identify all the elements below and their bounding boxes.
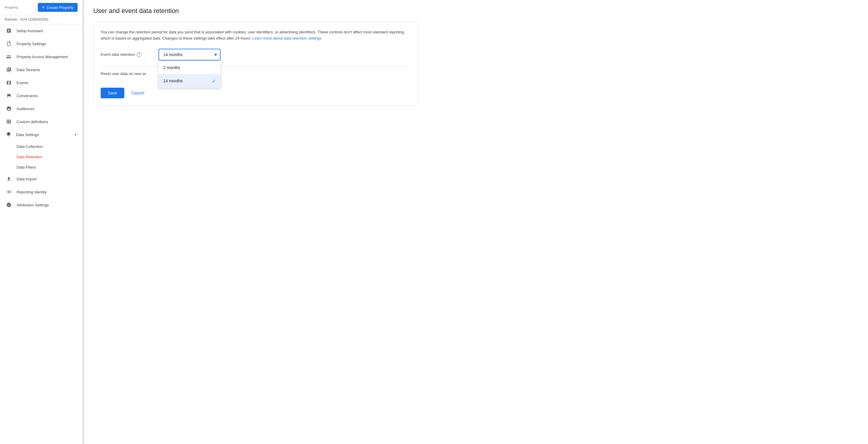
sidebar-item-custom-definitions[interactable]: Custom definitions: [0, 115, 82, 128]
audiences-icon: [6, 106, 12, 112]
save-button[interactable]: Save: [101, 88, 124, 98]
sidebar-item-property-settings[interactable]: Property Settings: [0, 37, 82, 50]
sub-item-label: Data Collection: [17, 145, 42, 149]
cancel-button[interactable]: Cancel: [127, 88, 149, 98]
dropdown-option-2months[interactable]: 2 months: [159, 61, 221, 74]
sidebar-item-label: Custom definitions: [17, 120, 48, 124]
sidebar-item-data-streams[interactable]: Data Streams: [0, 63, 82, 76]
sub-item-label: Data Filters: [17, 165, 36, 169]
sidebar-header: Property + Create Property: [0, 0, 82, 15]
dropdown-option-14months[interactable]: 14 months ✓: [159, 74, 221, 88]
attribution-icon: [6, 202, 12, 208]
data-settings-label: Data Settings: [16, 132, 70, 137]
sidebar-item-label: Property Access Management: [17, 55, 68, 59]
dropdown-menu: 2 months 14 months ✓: [159, 61, 221, 88]
action-buttons: Save Cancel: [101, 88, 411, 98]
sidebar-item-label: Attribution Settings: [17, 203, 49, 207]
event-retention-row: Event data retention ? 14 months ▾ 2 mon…: [101, 49, 411, 61]
clipboard-icon: [6, 28, 12, 34]
page-title: User and event data retention: [93, 7, 859, 15]
sidebar-item-label: Events: [17, 81, 28, 85]
content-card: You can change the retention period for …: [93, 22, 418, 106]
sidebar-item-audiences[interactable]: Audiences: [0, 102, 82, 115]
option-label: 2 months: [163, 65, 180, 70]
sidebar-sub-item-data-filters[interactable]: Data Filters: [0, 162, 82, 172]
reset-user-row: Reset user data on new ac: [101, 66, 411, 81]
sidebar-item-data-settings[interactable]: Data Settings ▾: [0, 128, 82, 141]
property-label: Property: [5, 6, 18, 9]
people-icon: [6, 54, 12, 60]
sub-item-label: Data Retention: [17, 155, 42, 159]
dropdown-selected-value: 14 months: [163, 52, 182, 57]
help-icon[interactable]: ?: [137, 52, 142, 57]
sidebar-item-attribution-settings[interactable]: Attribution Settings: [0, 198, 82, 211]
document-icon: [6, 41, 12, 46]
description-text: You can change the retention period for …: [101, 29, 411, 42]
sidebar-item-data-import[interactable]: Data Import: [0, 172, 82, 185]
sidebar-item-setup-assistant[interactable]: Setup Assistant: [0, 24, 82, 37]
layers-icon: [6, 132, 11, 138]
event-retention-label: Event data retention ?: [101, 52, 154, 57]
sidebar-item-events[interactable]: Events: [0, 76, 82, 89]
sidebar-item-label: Reporting Identity: [17, 190, 46, 194]
sidebar-item-property-access[interactable]: Property Access Management: [0, 50, 82, 63]
sidebar-item-label: Property Settings: [17, 42, 46, 46]
create-property-label: Create Property: [46, 5, 73, 10]
streams-icon: [6, 67, 12, 73]
check-icon: ✓: [212, 78, 216, 84]
reset-user-label: Reset user data on new ac: [101, 71, 154, 76]
sidebar-item-label: Setup Assistant: [17, 29, 43, 33]
sidebar-sub-item-data-collection[interactable]: Data Collection: [0, 141, 82, 152]
retention-dropdown[interactable]: 14 months: [159, 49, 221, 61]
retention-dropdown-wrapper: 14 months ▾ 2 months 14 months ✓: [159, 49, 221, 61]
flag-icon: [6, 93, 12, 99]
events-icon: [6, 80, 12, 86]
sidebar-item-label: Data Streams: [17, 68, 40, 72]
sidebar-item-label: Conversions: [17, 94, 38, 98]
sidebar: Property + Create Property Remark - GA4 …: [0, 0, 83, 444]
option-label: 14 months: [163, 78, 182, 83]
sidebar-sub-item-data-retention[interactable]: Data Retention: [0, 152, 82, 162]
sidebar-item-conversions[interactable]: Conversions: [0, 89, 82, 102]
create-property-button[interactable]: + Create Property: [38, 3, 78, 12]
reporting-icon: [6, 189, 12, 195]
chart-icon: [6, 119, 12, 125]
account-name: Remark - GA4 (338040206): [0, 15, 82, 24]
upload-icon: [6, 176, 12, 182]
plus-icon: +: [42, 5, 44, 10]
sidebar-item-label: Data Import: [17, 177, 37, 181]
main-content: User and event data retention You can ch…: [84, 0, 868, 444]
learn-more-link[interactable]: Learn more about data retention settings: [252, 36, 321, 40]
sidebar-item-label: Audiences: [17, 106, 35, 111]
chevron-down-icon: ▾: [75, 133, 76, 137]
sidebar-item-reporting-identity[interactable]: Reporting Identity: [0, 185, 82, 198]
